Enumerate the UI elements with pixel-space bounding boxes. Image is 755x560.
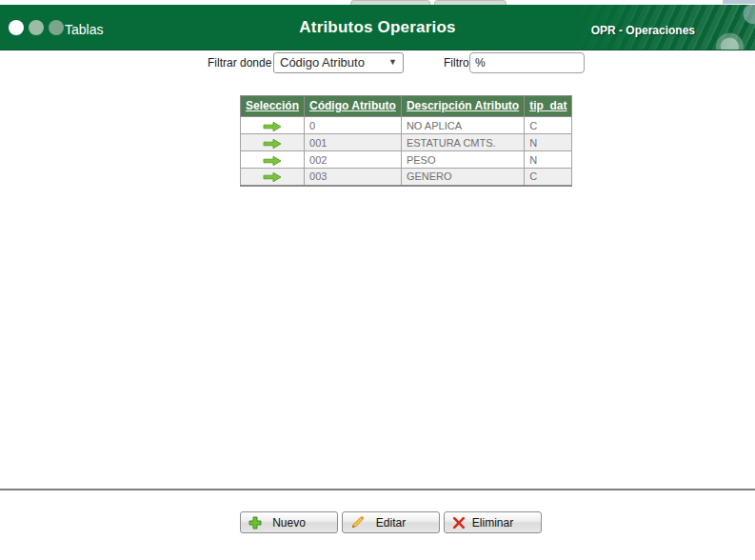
attributes-table: Selección Código Atributo Descripción At…	[240, 95, 572, 187]
table-header-row: Selección Código Atributo Descripción At…	[241, 96, 572, 117]
filter-column-select[interactable]: Código Atributo ▼	[273, 52, 404, 73]
row-select-cell[interactable]	[241, 169, 305, 186]
column-header-descripcion[interactable]: Descripción Atributo	[401, 96, 524, 117]
codigo-cell: 0	[305, 117, 402, 134]
delete-button-label: Eliminar	[472, 516, 513, 530]
row-select-cell[interactable]	[241, 134, 305, 151]
tipdat-cell: C	[525, 117, 572, 134]
app-window: Tablas Atributos Operarios OPR - Operaci…	[0, 0, 755, 560]
select-arrow-icon[interactable]	[262, 138, 283, 150]
descripcion-cell: NO APLICA	[401, 117, 524, 134]
filter-value-label: Filtro	[444, 56, 469, 70]
table-body: 0 NO APLICA C 001 ESTATURA CMTS. N 002 P…	[241, 117, 572, 186]
codigo-cell: 001	[305, 134, 402, 151]
delete-button[interactable]: Eliminar	[444, 511, 542, 533]
table-row: 003 GENERO C	[241, 169, 572, 186]
select-arrow-icon[interactable]	[262, 121, 283, 132]
column-header-seleccion[interactable]: Selección	[241, 96, 305, 117]
edit-button-label: Editar	[376, 516, 406, 530]
plus-icon	[248, 515, 263, 530]
descripcion-cell: GENERO	[401, 169, 524, 186]
select-arrow-icon[interactable]	[262, 155, 283, 167]
select-arrow-icon[interactable]	[262, 171, 283, 183]
new-button[interactable]: Nuevo	[240, 511, 338, 533]
descripcion-cell: PESO	[401, 151, 524, 169]
table-row: 001 ESTATURA CMTS. N	[241, 134, 572, 151]
table-row: 002 PESO N	[241, 151, 572, 169]
filter-column-selected-value: Código Atributo	[280, 55, 365, 70]
chevron-down-icon: ▼	[388, 57, 397, 67]
codigo-cell: 003	[305, 169, 402, 186]
divider-line	[0, 489, 755, 490]
table-row: 0 NO APLICA C	[241, 117, 572, 134]
tipdat-cell: N	[525, 134, 572, 151]
x-icon	[451, 515, 467, 530]
module-label: OPR - Operaciones	[591, 24, 695, 37]
column-header-codigo[interactable]: Código Atributo	[305, 96, 402, 117]
filter-where-label: Filtrar donde	[208, 56, 271, 70]
tipdat-cell: N	[525, 151, 572, 169]
row-select-cell[interactable]	[241, 117, 305, 134]
filter-input[interactable]	[469, 52, 585, 73]
filter-row: Filtrar donde Código Atributo ▼ Filtro	[0, 51, 755, 74]
background-corner	[723, 0, 755, 4]
descripcion-cell: ESTATURA CMTS.	[401, 134, 524, 151]
row-select-cell[interactable]	[241, 151, 305, 169]
edit-button[interactable]: Editar	[342, 511, 440, 533]
new-button-label: Nuevo	[272, 516, 306, 530]
tipdat-cell: C	[525, 169, 572, 186]
header-bar: Tablas Atributos Operarios OPR - Operaci…	[0, 5, 755, 50]
column-header-tipdat[interactable]: tip_dat	[525, 96, 572, 117]
pencil-icon	[349, 515, 365, 530]
action-buttons: Nuevo Editar Eliminar	[240, 511, 542, 533]
codigo-cell: 002	[305, 151, 402, 169]
